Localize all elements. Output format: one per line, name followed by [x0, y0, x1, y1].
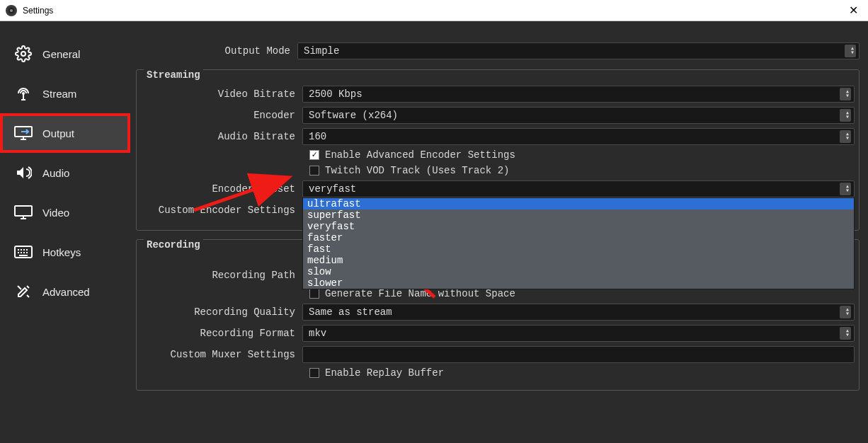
audio-bitrate-label: Audio Bitrate [141, 131, 302, 142]
filename-nospace-label: Generate File Name without Space [325, 288, 515, 299]
sidebar-item-label: Stream [42, 88, 76, 100]
encoder-preset-dropdown-list[interactable]: ultrafastsuperfastveryfastfasterfastmedi… [302, 197, 855, 289]
output-icon [13, 125, 34, 142]
video-icon [13, 204, 34, 221]
preset-option[interactable]: fast [303, 243, 854, 255]
chevron-updown-icon: ▴▾ [850, 47, 855, 55]
preset-option[interactable]: faster [303, 232, 854, 243]
twitch-vod-checkbox[interactable] [309, 166, 319, 176]
audio-icon [13, 164, 34, 181]
replay-buffer-row[interactable]: Enable Replay Buffer [141, 367, 855, 379]
recording-format-value: mkv [309, 328, 326, 339]
encoder-preset-row: Encoder Preset veryfast ▴▾ [141, 180, 855, 197]
sidebar-item-advanced[interactable]: Advanced [0, 272, 130, 311]
tools-icon [13, 283, 34, 300]
output-mode-select[interactable]: Simple ▴▾ [297, 42, 860, 59]
sidebar-item-audio[interactable]: Audio [0, 153, 130, 192]
video-bitrate-label: Video Bitrate [141, 88, 302, 100]
sidebar-item-label: Output [42, 127, 74, 139]
recording-legend: Recording [144, 239, 203, 251]
spinner-icon: ▴▾ [845, 90, 850, 98]
twitch-vod-label: Twitch VOD Track (Uses Track 2) [325, 165, 509, 176]
twitch-vod-row[interactable]: Twitch VOD Track (Uses Track 2) [141, 165, 855, 176]
recording-quality-label: Recording Quality [141, 306, 302, 318]
chevron-updown-icon: ▴▾ [845, 329, 850, 338]
sidebar-item-label: Audio [42, 167, 69, 179]
recording-format-row: Recording Format mkv ▴▾ [141, 325, 855, 342]
recording-format-label: Recording Format [141, 328, 302, 339]
audio-bitrate-row: Audio Bitrate 160 ▴▾ [141, 128, 855, 145]
encoder-select[interactable]: Software (x264) ▴▾ [302, 107, 855, 124]
window-title: Settings [23, 6, 53, 16]
preset-option[interactable]: veryfast [303, 221, 854, 232]
sidebar-item-video[interactable]: Video [0, 192, 130, 232]
svg-point-1 [10, 8, 13, 11]
replay-buffer-checkbox[interactable] [309, 368, 319, 378]
recording-format-select[interactable]: mkv ▴▾ [302, 325, 855, 342]
settings-content: Output Mode Simple ▴▾ Streaming Video Bi… [130, 21, 868, 443]
sidebar-item-output[interactable]: Output [0, 113, 130, 153]
muxer-row: Custom Muxer Settings [141, 346, 855, 363]
settings-root: General Stream Output Audio Video [0, 21, 868, 443]
gear-icon [13, 45, 34, 62]
sidebar-item-label: Hotkeys [42, 246, 81, 258]
encoder-value: Software (x264) [309, 110, 398, 121]
custom-encoder-label: Custom Encoder Settings [141, 205, 302, 216]
enable-advanced-row[interactable]: Enable Advanced Encoder Settings [141, 149, 855, 161]
recording-quality-value: Same as stream [309, 306, 392, 318]
muxer-input[interactable] [302, 346, 855, 363]
sidebar-item-hotkeys[interactable]: Hotkeys [0, 232, 130, 272]
encoder-row: Encoder Software (x264) ▴▾ [141, 107, 855, 124]
enable-advanced-label: Enable Advanced Encoder Settings [325, 149, 515, 161]
muxer-label: Custom Muxer Settings [141, 349, 302, 360]
encoder-label: Encoder [141, 110, 302, 121]
recording-path-label: Recording Path [141, 270, 302, 281]
settings-sidebar: General Stream Output Audio Video [0, 21, 130, 443]
preset-option[interactable]: slow [303, 266, 854, 277]
obs-app-icon [6, 5, 17, 16]
video-bitrate-input[interactable]: 2500 Kbps ▴▾ [302, 86, 855, 103]
output-mode-label: Output Mode [136, 45, 297, 57]
keyboard-icon [13, 243, 34, 260]
filename-nospace-row[interactable]: Generate File Name without Space [141, 288, 855, 299]
preset-option[interactable]: medium [303, 255, 854, 266]
svg-point-2 [21, 52, 25, 56]
encoder-preset-value: veryfast [309, 183, 356, 195]
enable-advanced-checkbox[interactable] [309, 150, 319, 160]
titlebar: Settings ✕ [0, 0, 868, 21]
chevron-updown-icon: ▴▾ [845, 308, 850, 316]
video-bitrate-value: 2500 Kbps [309, 88, 362, 100]
filename-nospace-checkbox[interactable] [309, 289, 319, 299]
audio-bitrate-value: 160 [309, 131, 326, 142]
sidebar-item-general[interactable]: General [0, 34, 130, 74]
sidebar-item-label: Video [42, 207, 69, 219]
svg-point-3 [23, 93, 24, 94]
close-icon[interactable]: ✕ [845, 4, 862, 17]
chevron-updown-icon: ▴▾ [845, 132, 850, 141]
audio-bitrate-select[interactable]: 160 ▴▾ [302, 128, 855, 145]
output-mode-value: Simple [304, 45, 339, 57]
chevron-updown-icon: ▴▾ [845, 111, 850, 120]
recording-quality-select[interactable]: Same as stream ▴▾ [302, 304, 855, 321]
encoder-preset-select[interactable]: veryfast ▴▾ [302, 180, 855, 197]
svg-rect-5 [15, 206, 32, 216]
recording-quality-row: Recording Quality Same as stream ▴▾ [141, 304, 855, 321]
preset-option[interactable]: ultrafast [303, 198, 854, 209]
stream-icon [13, 85, 34, 102]
encoder-preset-label: Encoder Preset [141, 183, 302, 195]
sidebar-item-stream[interactable]: Stream [0, 74, 130, 113]
preset-option[interactable]: slower [303, 277, 854, 289]
sidebar-item-label: Advanced [42, 286, 90, 298]
sidebar-item-label: General [42, 48, 80, 60]
chevron-updown-icon: ▴▾ [845, 185, 850, 193]
video-bitrate-row: Video Bitrate 2500 Kbps ▴▾ [141, 86, 855, 103]
streaming-legend: Streaming [144, 69, 203, 81]
replay-buffer-label: Enable Replay Buffer [325, 367, 444, 379]
preset-option[interactable]: superfast [303, 209, 854, 221]
output-mode-row: Output Mode Simple ▴▾ [136, 42, 860, 59]
